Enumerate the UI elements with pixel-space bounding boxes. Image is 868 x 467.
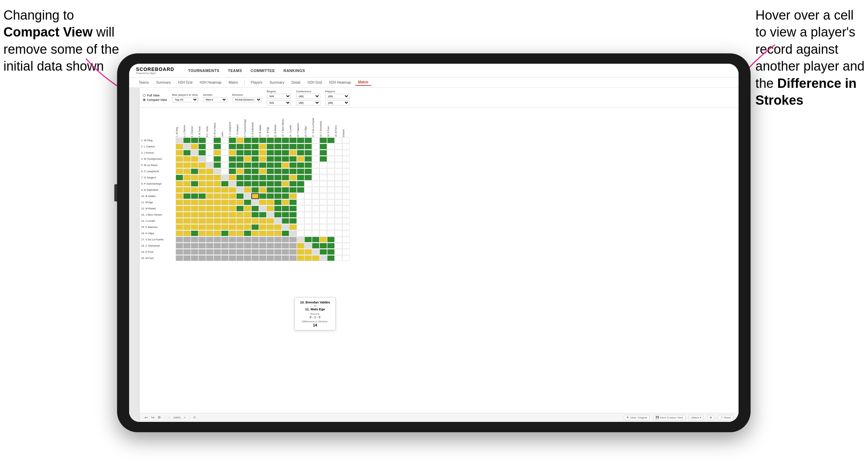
cell-16-22[interactable] bbox=[335, 230, 342, 236]
cell-13-13[interactable] bbox=[266, 212, 274, 218]
cell-2-16[interactable] bbox=[289, 144, 297, 149]
cell-2-23[interactable] bbox=[342, 144, 350, 149]
cell-11-9[interactable] bbox=[236, 199, 244, 205]
cell-10-2[interactable] bbox=[183, 193, 191, 199]
subnav-h2hgrid2[interactable]: H2H Grid bbox=[305, 80, 325, 85]
cell-3-11[interactable] bbox=[251, 150, 259, 156]
cell-1-14[interactable] bbox=[274, 137, 282, 143]
cell-17-15[interactable] bbox=[282, 237, 289, 242]
cell-12-1[interactable] bbox=[176, 206, 183, 211]
cell-1-8[interactable] bbox=[229, 137, 236, 143]
cell-10-7[interactable] bbox=[221, 193, 229, 199]
cell-12-8[interactable] bbox=[229, 206, 236, 211]
cell-17-10[interactable] bbox=[244, 237, 251, 242]
cell-3-1[interactable] bbox=[176, 150, 183, 156]
cell-11-22[interactable] bbox=[335, 199, 342, 205]
cell-15-17[interactable] bbox=[297, 224, 304, 230]
cell-14-3[interactable] bbox=[191, 218, 198, 224]
cell-1-1[interactable] bbox=[176, 137, 183, 143]
cell-11-2[interactable] bbox=[183, 199, 191, 205]
cell-11-7[interactable] bbox=[221, 199, 229, 205]
cell-16-13[interactable] bbox=[266, 230, 274, 236]
cell-15-20[interactable] bbox=[320, 224, 327, 230]
cell-17-20[interactable] bbox=[320, 237, 327, 242]
cell-20-18[interactable] bbox=[304, 255, 312, 261]
cell-11-18[interactable] bbox=[304, 199, 312, 205]
cell-19-10[interactable] bbox=[244, 249, 251, 255]
cell-6-10[interactable] bbox=[244, 168, 251, 174]
cell-7-19[interactable] bbox=[312, 175, 320, 180]
cell-18-19[interactable] bbox=[312, 243, 320, 249]
cell-5-20[interactable] bbox=[320, 162, 327, 168]
subnav-summary2[interactable]: Summary bbox=[267, 80, 287, 85]
cell-8-20[interactable] bbox=[320, 181, 327, 187]
cell-3-16[interactable] bbox=[289, 150, 297, 156]
cell-3-12[interactable] bbox=[259, 150, 266, 156]
cell-4-17[interactable] bbox=[297, 156, 304, 162]
cell-9-7[interactable] bbox=[221, 187, 229, 193]
cell-11-5[interactable] bbox=[206, 199, 213, 205]
cell-18-12[interactable] bbox=[259, 243, 266, 249]
cell-19-7[interactable] bbox=[221, 249, 229, 255]
toolbar-save-custom[interactable]: 💾 Save Custom View bbox=[653, 415, 686, 420]
cell-18-20[interactable] bbox=[320, 243, 327, 249]
subnav-players[interactable]: Players bbox=[248, 80, 265, 85]
cell-18-6[interactable] bbox=[213, 243, 221, 249]
cell-5-13[interactable] bbox=[266, 162, 274, 168]
cell-15-1[interactable] bbox=[176, 224, 183, 230]
cell-15-22[interactable] bbox=[335, 224, 342, 230]
cell-19-9[interactable] bbox=[236, 249, 244, 255]
cell-3-23[interactable] bbox=[342, 150, 350, 156]
cell-9-10[interactable] bbox=[244, 187, 251, 193]
cell-15-9[interactable] bbox=[236, 224, 244, 230]
cell-5-12[interactable] bbox=[259, 162, 266, 168]
cell-1-23[interactable] bbox=[342, 137, 350, 143]
cell-9-17[interactable] bbox=[297, 187, 304, 193]
cell-18-18[interactable] bbox=[304, 243, 312, 249]
cell-10-3[interactable] bbox=[191, 193, 198, 199]
cell-14-7[interactable] bbox=[221, 218, 229, 224]
cell-11-8[interactable] bbox=[229, 199, 236, 205]
cell-2-18[interactable] bbox=[304, 144, 312, 149]
cell-19-14[interactable] bbox=[274, 249, 282, 255]
nav-committee[interactable]: COMMITTEE bbox=[251, 69, 275, 73]
subnav-matrix2[interactable]: Matrix bbox=[355, 79, 371, 86]
cell-19-21[interactable] bbox=[327, 249, 335, 255]
cell-11-23[interactable] bbox=[342, 199, 350, 205]
cell-11-12[interactable] bbox=[259, 199, 266, 205]
cell-7-21[interactable] bbox=[327, 175, 335, 180]
cell-8-1[interactable] bbox=[176, 181, 183, 187]
cell-15-3[interactable] bbox=[191, 224, 198, 230]
cell-5-7[interactable] bbox=[221, 162, 229, 168]
cell-18-21[interactable] bbox=[327, 243, 335, 249]
cell-19-15[interactable] bbox=[282, 249, 289, 255]
cell-8-22[interactable] bbox=[335, 181, 342, 187]
filter-conference-select1[interactable]: (All) bbox=[296, 94, 320, 99]
cell-6-18[interactable] bbox=[304, 168, 312, 174]
cell-9-5[interactable] bbox=[206, 187, 213, 193]
cell-2-19[interactable] bbox=[312, 144, 320, 149]
cell-9-16[interactable] bbox=[289, 187, 297, 193]
cell-4-12[interactable] bbox=[259, 156, 266, 162]
cell-12-23[interactable] bbox=[342, 206, 350, 211]
cell-7-12[interactable] bbox=[259, 175, 266, 180]
cell-19-16[interactable] bbox=[289, 249, 297, 255]
cell-8-16[interactable] bbox=[289, 181, 297, 187]
cell-7-7[interactable] bbox=[221, 175, 229, 180]
cell-3-5[interactable] bbox=[206, 150, 213, 156]
cell-10-21[interactable] bbox=[327, 193, 335, 199]
cell-7-22[interactable] bbox=[335, 175, 342, 180]
cell-14-2[interactable] bbox=[183, 218, 191, 224]
cell-5-16[interactable] bbox=[289, 162, 297, 168]
cell-16-17[interactable] bbox=[297, 230, 304, 236]
cell-11-4[interactable] bbox=[198, 199, 206, 205]
cell-4-5[interactable] bbox=[206, 156, 213, 162]
cell-1-12[interactable] bbox=[259, 137, 266, 143]
cell-1-10[interactable] bbox=[244, 137, 251, 143]
cell-9-18[interactable] bbox=[304, 187, 312, 193]
cell-16-7[interactable] bbox=[221, 230, 229, 236]
cell-1-22[interactable] bbox=[335, 137, 342, 143]
cell-10-22[interactable] bbox=[335, 193, 342, 199]
cell-3-19[interactable] bbox=[312, 150, 320, 156]
cell-15-18[interactable] bbox=[304, 224, 312, 230]
